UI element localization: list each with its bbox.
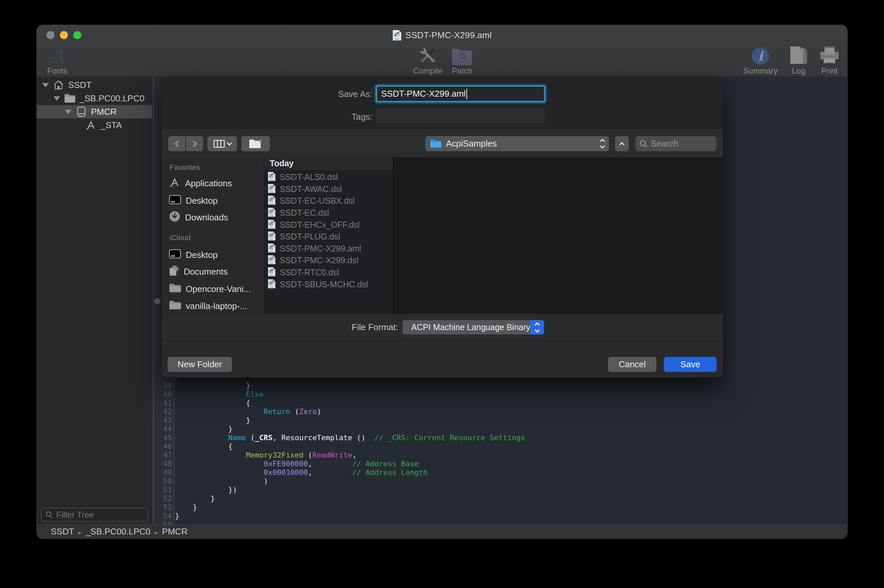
file-row[interactable]: DSLSSDT-PLUG.dsl — [264, 231, 393, 243]
document-file-icon: DSL — [268, 267, 276, 278]
code-line: Return (Zero) — [175, 407, 847, 416]
file-name: SSDT-SBUS-MCHC.dsl — [280, 280, 368, 290]
sheet-footer: New Folder Cancel Save — [162, 340, 723, 377]
back-button[interactable] — [168, 136, 185, 151]
cancel-button[interactable]: Cancel — [608, 357, 656, 372]
forward-button[interactable] — [186, 136, 203, 151]
toolbar-compile-button[interactable]: Compile — [406, 46, 450, 76]
location-popup[interactable]: AcpiSamples — [425, 136, 609, 151]
sidebar-item-applications[interactable]: Applications — [169, 177, 262, 190]
sidebar-item-label: Desktop — [186, 196, 218, 206]
file-group-header: Today — [264, 157, 393, 170]
svg-text:DSL: DSL — [270, 262, 274, 264]
save-button[interactable]: Save — [664, 357, 717, 372]
applications-icon — [169, 177, 180, 190]
file-list: DSLSSDT-ALS0.dslDSLSSDT-AWAC.dslDSLSSDT-… — [264, 171, 393, 290]
file-format-label: File Format: — [352, 322, 398, 333]
file-row[interactable]: AMLSSDT-PMC-X299.aml — [264, 243, 393, 255]
code-line: { — [175, 442, 847, 451]
view-mode-button[interactable] — [207, 136, 237, 151]
breadcrumb: SSDT▸_SB.PC00.LPC0▸PMCR — [51, 526, 188, 537]
tags-input[interactable] — [377, 109, 545, 123]
document-file-icon: DSL — [268, 184, 276, 195]
file-format-section: File Format: ACPI Machine Language Binar… — [162, 314, 723, 340]
downloads-icon — [169, 211, 180, 224]
file-row[interactable]: DSLSSDT-SBUS-MCHC.dsl — [264, 278, 393, 290]
toolbar-print-button[interactable]: Print — [820, 46, 839, 76]
code-line: }) — [175, 486, 847, 494]
toolbar-fonts-button[interactable]: A Fonts — [45, 46, 69, 76]
popup-chevrons-icon — [530, 320, 544, 334]
tree-item-sta[interactable]: _STA — [37, 118, 152, 132]
chevron-left-icon — [175, 141, 182, 147]
file-row[interactable]: DSLSSDT-EC-USBX.dsl — [264, 195, 393, 207]
tree-item-pmcr[interactable]: PMCR — [37, 105, 152, 118]
file-name: SSDT-PMC-X299.aml — [280, 244, 361, 254]
breadcrumb-separator-icon: ▸ — [155, 530, 158, 536]
filter-tree-field[interactable]: Filter Tree — [41, 508, 148, 522]
file-row[interactable]: DSLSSDT-AWAC.dsl — [264, 183, 393, 195]
tree-item-ssdt[interactable]: SSDT — [37, 78, 152, 92]
sheet-search-field[interactable]: Search — [635, 136, 716, 151]
file-name: SSDT-EHCx_OFF.dsl — [280, 220, 360, 230]
window-title-group: AML SSDT-PMC-X299.aml — [37, 25, 847, 45]
sidebar-item-downloads[interactable]: Downloads — [169, 211, 262, 224]
method-icon — [85, 119, 97, 131]
folder-icon — [64, 93, 76, 104]
line-number: 52 — [153, 494, 172, 503]
line-number: 50 — [153, 477, 172, 486]
disclosure-triangle-icon[interactable] — [54, 96, 60, 100]
file-row[interactable]: DSLSSDT-PMC-X299.dsl — [264, 255, 393, 267]
desktop-icon — [169, 195, 181, 207]
breadcrumb-item[interactable]: _SB.PC00.LPC0 — [86, 526, 150, 537]
device-icon — [76, 106, 87, 117]
disclosure-triangle-icon[interactable] — [42, 83, 49, 87]
sheet-new-folder-icon-button[interactable] — [241, 136, 270, 151]
file-name: SSDT-ALS0.dsl — [280, 172, 338, 182]
sidebar-item-desktop[interactable]: Desktop — [169, 248, 262, 261]
sidebar-item-opencore-vani[interactable]: Opencore-Vani... — [169, 282, 262, 296]
breadcrumb-item[interactable]: SSDT — [51, 526, 74, 537]
tree-item-label: _SB.PC00.LPC0 — [80, 93, 144, 104]
toolbar-log-button[interactable]: Log — [789, 46, 808, 76]
status-bar: SSDT▸_SB.PC00.LPC0▸PMCR — [37, 525, 847, 538]
file-row[interactable]: DSLSSDT-EC.dsl — [264, 207, 393, 219]
document-file-icon: DSL — [268, 279, 276, 290]
line-number: 46 — [153, 442, 172, 451]
svg-text:DSL: DSL — [270, 286, 274, 288]
chevron-right-icon — [191, 141, 197, 147]
file-row[interactable]: DSLSSDT-RTC0.dsl — [264, 267, 393, 279]
file-format-popup[interactable]: ACPI Machine Language Binary — [402, 320, 544, 334]
sidebar-item-documents[interactable]: Documents — [169, 265, 262, 278]
search-icon — [45, 511, 53, 518]
parent-folder-button[interactable] — [615, 136, 629, 151]
document-file-icon: DSL — [268, 207, 276, 218]
house-icon — [53, 79, 64, 91]
tree-item-sb-pc00-lpc0[interactable]: _SB.PC00.LPC0 — [37, 92, 152, 105]
sidebar-item-vanilla-laptop[interactable]: vanilla-laptop-... — [169, 299, 262, 313]
file-format-value: ACPI Machine Language Binary — [411, 322, 530, 332]
toolbar-patch-button[interactable]: Patch — [448, 46, 476, 76]
toolbar-summary-button[interactable]: i Summary — [743, 46, 777, 76]
file-row[interactable]: DSLSSDT-ALS0.dsl — [264, 171, 393, 183]
document-file-icon: DSL — [268, 219, 276, 231]
splitter-handle-icon[interactable] — [155, 298, 160, 304]
code-line: Name (_CRS, ResourceTemplate () // _CRS:… — [175, 434, 847, 442]
document-file-icon: AML — [268, 243, 276, 254]
save-as-input[interactable]: SSDT-PMC-X299.aml — [377, 86, 545, 102]
document-file-icon: DSL — [268, 172, 276, 183]
file-name: SSDT-PLUG.dsl — [280, 232, 340, 242]
new-folder-button[interactable]: New Folder — [168, 357, 232, 372]
code-line — [175, 520, 847, 525]
disclosure-triangle-icon[interactable] — [65, 110, 72, 114]
breadcrumb-item[interactable]: PMCR — [162, 526, 188, 537]
sidebar-item-label: Desktop — [186, 250, 218, 260]
line-number: 40 — [153, 390, 172, 399]
code-content[interactable]: } Else { Return (Zero) } } Name (_CRS, R… — [175, 381, 847, 525]
document-proxy-icon: AML — [392, 30, 402, 41]
tree-item-label: SSDT — [68, 80, 92, 90]
tree-item-label: _STA — [101, 120, 122, 130]
file-row[interactable]: DSLSSDT-EHCx_OFF.dsl — [264, 219, 393, 231]
sidebar-item-desktop[interactable]: Desktop — [169, 194, 262, 207]
svg-text:AML: AML — [395, 38, 399, 40]
